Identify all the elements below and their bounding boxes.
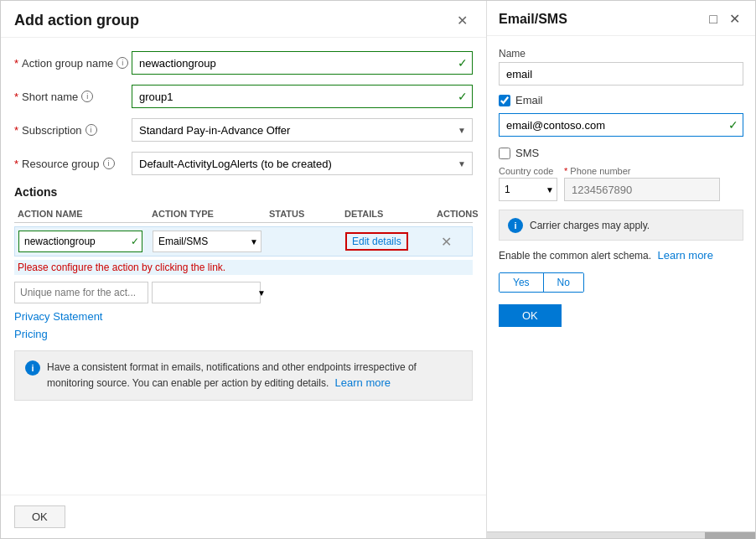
subscription-row: * Subscription i Standard Pay-in-Advance… bbox=[14, 118, 473, 142]
alert-schema-text: Enable the common alert schema. bbox=[499, 250, 651, 262]
left-ok-button[interactable]: OK bbox=[14, 505, 65, 528]
right-header-buttons: □ ✕ bbox=[706, 9, 743, 29]
phone-row: Country code 1 44 91 ▼ * bbox=[499, 166, 743, 201]
col-details: DETAILS bbox=[341, 209, 433, 219]
name-field-label: Name bbox=[499, 48, 743, 60]
no-toggle-button[interactable]: No bbox=[544, 273, 583, 292]
add-action-row: Email/SMS ▼ bbox=[14, 282, 473, 303]
action-type-cell: Email/SMS ▼ bbox=[149, 231, 267, 252]
carrier-info-icon: i bbox=[508, 218, 523, 233]
sms-checkbox-row: SMS bbox=[499, 147, 743, 159]
subscription-label: * Subscription i bbox=[14, 124, 132, 137]
alert-schema-learn-more-link[interactable]: Learn more bbox=[657, 249, 712, 262]
pricing-link[interactable]: Pricing bbox=[14, 328, 473, 340]
action-name-cell: ✓ bbox=[15, 231, 149, 252]
right-panel-title: Email/SMS bbox=[499, 12, 567, 27]
panel-header: Add action group ✕ bbox=[1, 1, 486, 38]
email-checkbox-row: Email bbox=[499, 94, 743, 106]
actions-table-header: ACTION NAME ACTION TYPE STATUS DETAILS A… bbox=[14, 205, 473, 223]
email-input[interactable] bbox=[499, 113, 743, 137]
right-panel: Email/SMS □ ✕ Name Email ✓ bbox=[487, 1, 755, 538]
left-panel: Add action group ✕ * Action group name i… bbox=[1, 1, 487, 538]
action-group-name-row: * Action group name i ✓ bbox=[14, 51, 473, 75]
carrier-banner: i Carrier charges may apply. bbox=[499, 210, 743, 241]
subscription-select-wrapper: Standard Pay-in-Advance Offer ▼ bbox=[132, 118, 473, 142]
edit-details-cell: Edit details bbox=[342, 231, 434, 252]
col-action-type: ACTION TYPE bbox=[148, 209, 266, 219]
country-code-select[interactable]: 1 44 91 bbox=[499, 178, 557, 201]
action-error-message: Please configure the action by clicking … bbox=[14, 260, 473, 275]
right-panel-header: Email/SMS □ ✕ bbox=[487, 1, 755, 36]
alert-schema-toggle-group: Yes No bbox=[499, 272, 584, 293]
sms-section: SMS Country code 1 44 91 ▼ bbox=[499, 147, 743, 201]
links-section: Privacy Statement Pricing bbox=[14, 310, 473, 340]
close-right-button[interactable]: ✕ bbox=[726, 9, 743, 29]
short-name-label: * Short name i bbox=[14, 91, 132, 103]
subscription-info-icon[interactable]: i bbox=[85, 124, 97, 136]
action-name-checkmark-icon: ✓ bbox=[131, 236, 139, 247]
name-input[interactable] bbox=[499, 62, 743, 86]
short-name-input-wrapper: ✓ bbox=[132, 85, 473, 108]
delete-action-cell: ✕ bbox=[434, 231, 486, 252]
privacy-statement-link[interactable]: Privacy Statement bbox=[14, 310, 473, 323]
add-action-name-input[interactable] bbox=[14, 282, 148, 303]
close-left-button[interactable]: ✕ bbox=[452, 11, 473, 30]
right-ok-button[interactable]: OK bbox=[499, 304, 562, 327]
action-name-cell-input[interactable] bbox=[18, 231, 142, 252]
panel-body: * Action group name i ✓ * Short name i bbox=[1, 38, 486, 495]
scrollbar[interactable] bbox=[487, 531, 755, 538]
delete-action-button[interactable]: ✕ bbox=[438, 234, 455, 250]
action-group-name-info-icon[interactable]: i bbox=[117, 57, 128, 69]
short-name-info-icon[interactable]: i bbox=[81, 91, 93, 102]
phone-number-label-text: Phone number bbox=[570, 166, 630, 176]
phone-number-required-label: * Phone number bbox=[564, 166, 743, 176]
col-action-name: ACTION NAME bbox=[14, 209, 148, 219]
scrollbar-thumb[interactable] bbox=[705, 532, 755, 539]
action-group-name-label: * Action group name i bbox=[14, 57, 132, 70]
add-action-type-select[interactable]: Email/SMS bbox=[152, 282, 261, 303]
action-group-name-input[interactable] bbox=[132, 51, 473, 75]
info-banner-learn-more-link[interactable]: Learn more bbox=[335, 376, 391, 389]
yes-toggle-button[interactable]: Yes bbox=[500, 273, 544, 292]
short-name-input[interactable] bbox=[132, 85, 473, 108]
country-code-label: Country code bbox=[499, 166, 557, 176]
status-cell bbox=[267, 231, 342, 252]
action-table-row: ✓ Email/SMS ▼ Edit details ✕ bbox=[14, 226, 473, 257]
actions-section-title: Actions bbox=[14, 185, 473, 199]
email-checkbox[interactable] bbox=[499, 95, 510, 106]
action-group-name-input-wrapper: ✓ bbox=[132, 51, 473, 75]
email-checkbox-label[interactable]: Email bbox=[515, 94, 543, 106]
subscription-select[interactable]: Standard Pay-in-Advance Offer bbox=[132, 118, 473, 142]
info-banner-icon: i bbox=[25, 360, 40, 376]
info-banner: i Have a consistent format in emails, no… bbox=[14, 350, 473, 401]
resource-group-select[interactable]: Default-ActivityLogAlerts (to be created… bbox=[132, 152, 473, 175]
resource-group-row: * Resource group i Default-ActivityLogAl… bbox=[14, 152, 473, 175]
resource-group-info-icon[interactable]: i bbox=[103, 158, 115, 169]
sms-checkbox-label[interactable]: SMS bbox=[515, 147, 539, 159]
panel-title: Add action group bbox=[14, 12, 139, 29]
email-input-wrapper: ✓ bbox=[499, 113, 743, 137]
edit-details-button[interactable]: Edit details bbox=[345, 232, 408, 251]
sms-checkbox[interactable] bbox=[499, 148, 510, 159]
phone-number-input[interactable] bbox=[564, 178, 720, 201]
short-name-row: * Short name i ✓ bbox=[14, 85, 473, 108]
maximize-button[interactable]: □ bbox=[706, 9, 721, 29]
info-banner-text: Have a consistent format in emails, noti… bbox=[47, 360, 462, 391]
col-status: STATUS bbox=[266, 209, 341, 219]
resource-group-label: * Resource group i bbox=[14, 158, 132, 170]
left-panel-footer: OK bbox=[1, 495, 486, 538]
resource-group-select-wrapper: Default-ActivityLogAlerts (to be created… bbox=[132, 152, 473, 175]
col-actions: ACTIONS bbox=[433, 209, 486, 219]
carrier-text: Carrier charges may apply. bbox=[530, 220, 650, 231]
action-type-select[interactable]: Email/SMS bbox=[153, 231, 261, 252]
alert-schema-section: Enable the common alert schema. Learn mo… bbox=[499, 247, 743, 264]
right-panel-body: Name Email ✓ SMS Country code bbox=[487, 36, 755, 531]
